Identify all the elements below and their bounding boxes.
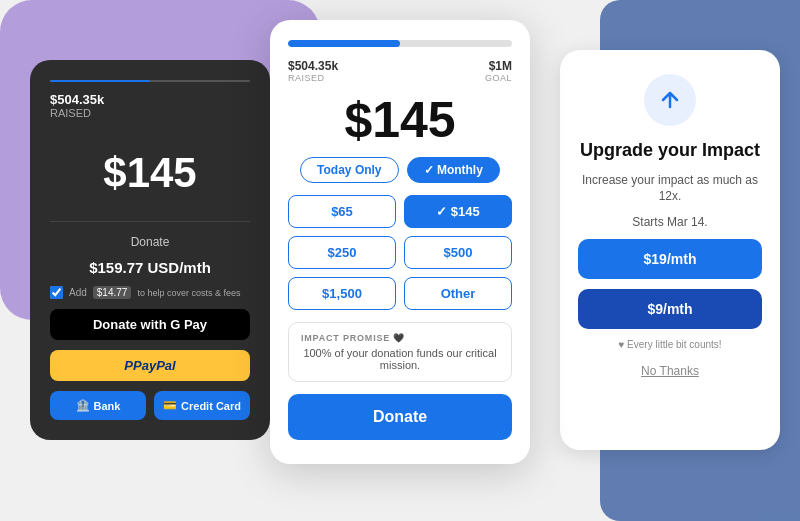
tab-today[interactable]: Today Only xyxy=(300,157,398,183)
raised-section: $504.35k RAISED xyxy=(288,59,338,83)
paypal-text: PayPal xyxy=(133,358,176,373)
fee-checkbox[interactable] xyxy=(50,286,63,299)
goal-amount: $1M xyxy=(489,59,512,73)
fee-checkbox-row: Add $14.77 to help cover costs & fees xyxy=(50,286,250,299)
upgrade-btn-19[interactable]: $19/mth xyxy=(578,239,762,279)
amount-145-label: $145 xyxy=(451,204,480,219)
amount-btn-145[interactable]: ✓ $145 xyxy=(404,195,512,228)
impact-promise-box: IMPACT PROMISE 🖤 100% of your donation f… xyxy=(288,322,512,382)
donate-amount: $159.77 USD/mth xyxy=(50,259,250,276)
upgrade-btn-9[interactable]: $9/mth xyxy=(578,289,762,329)
main-amount-display: $145 xyxy=(288,95,512,145)
selected-check-icon: ✓ xyxy=(436,204,451,219)
fee-text: Add xyxy=(69,287,87,298)
goal-label: GOAL xyxy=(485,73,512,83)
bank-label: Bank xyxy=(94,400,121,412)
main-card: $504.35k RAISED $1M GOAL $145 Today Only… xyxy=(270,20,530,464)
paypal-button[interactable]: P PayPal xyxy=(50,350,250,381)
tab-monthly-label: Monthly xyxy=(437,163,483,177)
gpay-button[interactable]: Donate with G Pay xyxy=(50,309,250,340)
progress-labels: $504.35k RAISED $1M GOAL xyxy=(288,59,512,83)
raised-amount-main: $504.35k xyxy=(288,59,338,73)
tab-monthly[interactable]: ✓ Monthly xyxy=(407,157,500,183)
heart-note: ♥ Every little bit counts! xyxy=(618,339,721,350)
raised-label: RAISED xyxy=(50,107,104,119)
upgrade-title: Upgrade your Impact xyxy=(580,140,760,162)
amount-btn-other[interactable]: Other xyxy=(404,277,512,310)
progress-bar-container xyxy=(50,80,250,82)
fee-amount: $14.77 xyxy=(93,286,132,299)
credit-card-button[interactable]: 💳 Credit Card xyxy=(154,391,250,420)
main-progress-bar-fill xyxy=(288,40,400,47)
back-right-card: Upgrade your Impact Increase your impact… xyxy=(560,50,780,450)
donate-button[interactable]: Donate xyxy=(288,394,512,440)
amount-btn-65[interactable]: $65 xyxy=(288,195,396,228)
fee-suffix: to help cover costs & fees xyxy=(137,288,240,298)
upgrade-subtitle: Increase your impact as much as 12x. xyxy=(578,172,762,206)
back-left-card: $504.35k RAISED $145 Donate $159.77 USD/… xyxy=(30,60,270,440)
impact-promise-text: 100% of your donation funds our critical… xyxy=(301,347,499,371)
paypal-label: P xyxy=(124,358,133,373)
amount-btn-250[interactable]: $250 xyxy=(288,236,396,269)
impact-promise-label: IMPACT PROMISE 🖤 xyxy=(301,333,499,343)
arrow-up-icon xyxy=(658,88,682,112)
gpay-label: Donate with G Pay xyxy=(93,317,207,332)
amount-btn-500[interactable]: $500 xyxy=(404,236,512,269)
credit-icon: 💳 xyxy=(163,399,177,412)
main-progress-bar-container xyxy=(288,40,512,47)
bank-icon: 🏦 xyxy=(76,399,90,412)
scene: $504.35k RAISED $145 Donate $159.77 USD/… xyxy=(0,0,800,521)
bank-button[interactable]: 🏦 Bank xyxy=(50,391,146,420)
no-thanks-button[interactable]: No Thanks xyxy=(641,364,699,378)
amount-grid: $65 ✓ $145 $250 $500 $1,500 Other xyxy=(288,195,512,310)
progress-bar-fill xyxy=(50,80,150,82)
check-icon: ✓ xyxy=(424,163,437,177)
donate-label: Donate xyxy=(50,235,250,249)
tab-row: Today Only ✓ Monthly xyxy=(288,157,512,183)
starts-text: Starts Mar 14. xyxy=(632,215,707,229)
raised-amount: $504.35k xyxy=(50,92,104,107)
amount-big: $145 xyxy=(50,149,250,197)
credit-label: Credit Card xyxy=(181,400,241,412)
goal-section: $1M GOAL xyxy=(485,59,512,83)
raised-label-main: RAISED xyxy=(288,73,338,83)
arrow-circle xyxy=(644,74,696,126)
amount-btn-1500[interactable]: $1,500 xyxy=(288,277,396,310)
